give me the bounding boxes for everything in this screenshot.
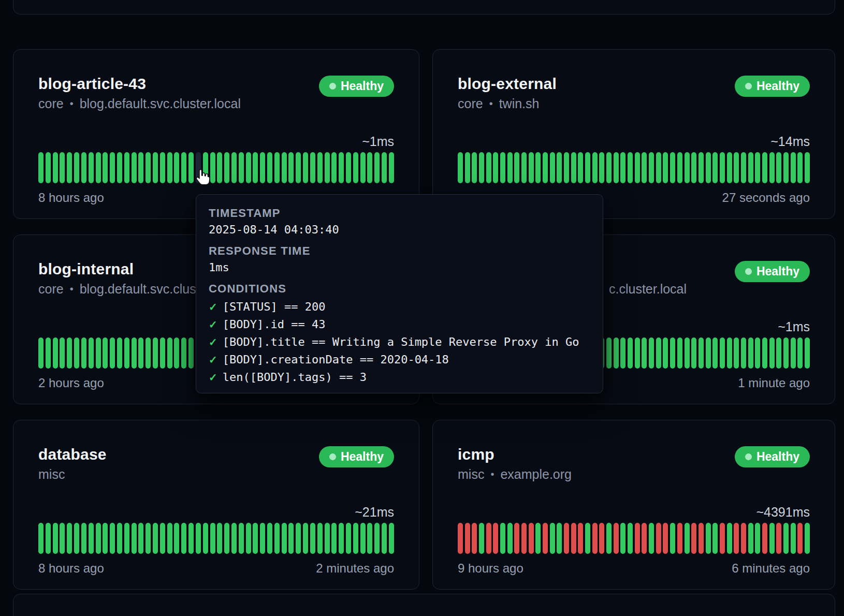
health-bar[interactable] bbox=[325, 152, 330, 183]
health-bar[interactable] bbox=[748, 152, 753, 183]
health-bar[interactable] bbox=[317, 152, 323, 183]
health-bar[interactable] bbox=[188, 338, 194, 369]
health-bar[interactable] bbox=[727, 338, 732, 369]
health-bar[interactable] bbox=[138, 152, 143, 183]
health-bar[interactable] bbox=[642, 523, 647, 554]
health-bar[interactable] bbox=[74, 523, 79, 554]
health-bar[interactable] bbox=[382, 152, 387, 183]
health-bar[interactable] bbox=[734, 152, 739, 183]
health-bar[interactable] bbox=[196, 152, 201, 183]
health-bar[interactable] bbox=[89, 152, 94, 183]
health-bar[interactable] bbox=[642, 152, 647, 183]
health-bar[interactable] bbox=[346, 523, 351, 554]
health-bar[interactable] bbox=[783, 152, 789, 183]
health-bar[interactable] bbox=[776, 338, 781, 369]
health-bar[interactable] bbox=[310, 523, 315, 554]
health-bar[interactable] bbox=[331, 523, 337, 554]
health-bar[interactable] bbox=[585, 523, 590, 554]
health-bar[interactable] bbox=[805, 338, 810, 369]
health-bar[interactable] bbox=[67, 152, 72, 183]
health-bar[interactable] bbox=[762, 338, 767, 369]
health-bar[interactable] bbox=[720, 338, 725, 369]
health-bar[interactable] bbox=[791, 338, 796, 369]
health-bar[interactable] bbox=[620, 338, 625, 369]
health-bar[interactable] bbox=[46, 523, 51, 554]
health-bar[interactable] bbox=[360, 523, 366, 554]
health-bar[interactable] bbox=[571, 152, 576, 183]
health-bar[interactable] bbox=[296, 523, 301, 554]
health-bar[interactable] bbox=[493, 523, 498, 554]
health-bar[interactable] bbox=[550, 523, 555, 554]
health-bar[interactable] bbox=[203, 152, 208, 183]
health-bar[interactable] bbox=[500, 523, 505, 554]
health-bar[interactable] bbox=[103, 152, 108, 183]
health-bar[interactable] bbox=[181, 152, 186, 183]
health-bar[interactable] bbox=[260, 152, 265, 183]
health-bar[interactable] bbox=[81, 152, 86, 183]
health-bar[interactable] bbox=[486, 152, 491, 183]
health-bar[interactable] bbox=[81, 338, 86, 369]
health-bar[interactable] bbox=[46, 152, 51, 183]
health-bar[interactable] bbox=[325, 523, 330, 554]
health-bar[interactable] bbox=[599, 152, 604, 183]
partial-card-below[interactable] bbox=[13, 594, 835, 616]
health-bar[interactable] bbox=[339, 152, 344, 183]
health-bar[interactable] bbox=[346, 152, 351, 183]
health-bar[interactable] bbox=[535, 152, 541, 183]
health-bar[interactable] bbox=[382, 523, 387, 554]
health-bar[interactable] bbox=[656, 152, 661, 183]
health-bar[interactable] bbox=[472, 152, 477, 183]
health-bar[interactable] bbox=[367, 152, 372, 183]
health-bar[interactable] bbox=[614, 523, 619, 554]
health-bar[interactable] bbox=[389, 523, 394, 554]
health-bar[interactable] bbox=[628, 152, 633, 183]
health-bar[interactable] bbox=[685, 152, 690, 183]
health-bar[interactable] bbox=[635, 152, 640, 183]
health-bar[interactable] bbox=[557, 152, 562, 183]
health-bar[interactable] bbox=[339, 523, 344, 554]
health-bar[interactable] bbox=[741, 338, 746, 369]
health-bar[interactable] bbox=[246, 152, 251, 183]
health-bar[interactable] bbox=[231, 523, 237, 554]
health-bar[interactable] bbox=[160, 338, 165, 369]
health-bar[interactable] bbox=[606, 152, 612, 183]
health-bar[interactable] bbox=[253, 523, 258, 554]
health-bar[interactable] bbox=[685, 338, 690, 369]
health-bar[interactable] bbox=[564, 523, 569, 554]
health-bar[interactable] bbox=[117, 523, 122, 554]
health-bar[interactable] bbox=[535, 523, 541, 554]
health-bar[interactable] bbox=[181, 338, 186, 369]
health-bar[interactable] bbox=[74, 152, 79, 183]
health-bar[interactable] bbox=[620, 523, 625, 554]
health-bar[interactable] bbox=[260, 523, 265, 554]
health-bar[interactable] bbox=[720, 152, 725, 183]
health-bar[interactable] bbox=[210, 152, 215, 183]
health-bar[interactable] bbox=[670, 152, 675, 183]
health-bar[interactable] bbox=[677, 338, 682, 369]
health-bar[interactable] bbox=[479, 152, 484, 183]
health-bar[interactable] bbox=[797, 152, 803, 183]
health-bar[interactable] bbox=[310, 152, 315, 183]
health-bar[interactable] bbox=[521, 152, 527, 183]
health-bar[interactable] bbox=[741, 152, 746, 183]
health-bar[interactable] bbox=[620, 152, 625, 183]
health-bar[interactable] bbox=[691, 523, 696, 554]
health-bar[interactable] bbox=[132, 338, 137, 369]
health-bar[interactable] bbox=[748, 523, 753, 554]
health-bar[interactable] bbox=[479, 523, 484, 554]
health-bar[interactable] bbox=[521, 523, 527, 554]
health-bar[interactable] bbox=[797, 523, 803, 554]
health-bar[interactable] bbox=[486, 523, 491, 554]
health-bar[interactable] bbox=[282, 152, 287, 183]
health-bar[interactable] bbox=[791, 152, 796, 183]
health-bar[interactable] bbox=[458, 152, 463, 183]
health-bar[interactable] bbox=[38, 523, 43, 554]
health-bar[interactable] bbox=[89, 338, 94, 369]
health-bar[interactable] bbox=[592, 152, 598, 183]
endpoint-card[interactable]: icmp misc • example.org Healthy ~4391ms … bbox=[432, 420, 835, 590]
health-bar[interactable] bbox=[507, 523, 513, 554]
health-bar[interactable] bbox=[748, 338, 753, 369]
health-bar[interactable] bbox=[303, 152, 308, 183]
health-bar[interactable] bbox=[769, 338, 775, 369]
health-bar[interactable] bbox=[160, 523, 165, 554]
